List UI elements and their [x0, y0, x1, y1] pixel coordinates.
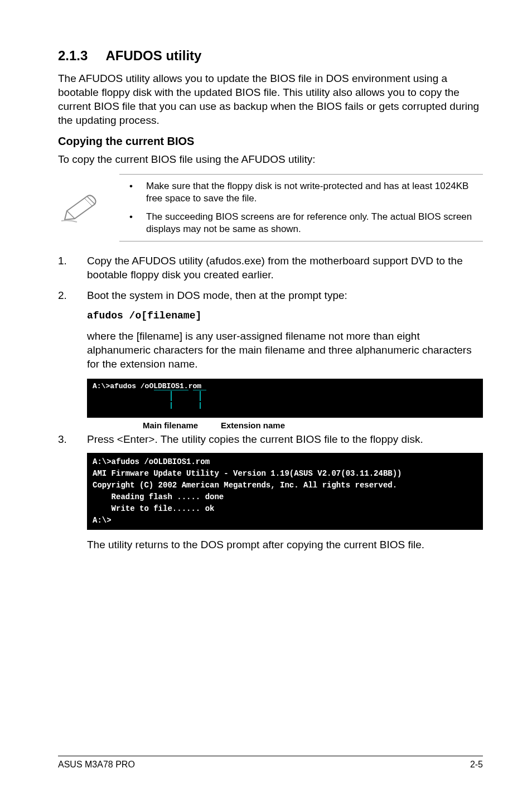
- where-paragraph: where the [filename] is any user-assigne…: [87, 329, 483, 371]
- footer-right: 2-5: [470, 760, 483, 770]
- step-number: 2.: [58, 288, 67, 302]
- intro-paragraph: The AFUDOS utility allows you to update …: [58, 71, 483, 127]
- diagram-command: A:\>afudos /oOLDBIOS1.rom: [93, 382, 201, 390]
- step-number: 3.: [58, 432, 67, 446]
- tick-main: [171, 391, 172, 401]
- tick-main-2: [171, 402, 172, 409]
- section-number: 2.1.3: [58, 48, 88, 64]
- footer-left: ASUS M3A78 PRO: [58, 760, 135, 770]
- step-item: 1. Copy the AFUDOS utility (afudos.exe) …: [58, 254, 483, 282]
- pencil-icon: [60, 194, 99, 224]
- step-number: 1.: [58, 254, 67, 268]
- page-footer: ASUS M3A78 PRO 2-5: [58, 756, 483, 770]
- underline-ext: [193, 390, 206, 390]
- extension-name-label: Extension name: [221, 421, 285, 430]
- steps-list-2: 3. Press <Enter>. The utility copies the…: [58, 432, 483, 446]
- terminal-output: A:\>afudos /oOLDBIOS1.rom AMI Firmware U…: [87, 453, 483, 530]
- main-filename-label: Main filename: [143, 421, 198, 430]
- return-paragraph: The utility returns to the DOS prompt af…: [87, 538, 483, 552]
- code-command: afudos /o[filename]: [87, 310, 483, 321]
- section-heading: 2.1.3 AFUDOS utility: [58, 48, 483, 64]
- note-item: The succeeding BIOS screens are for refe…: [119, 211, 483, 235]
- tick-ext-2: [200, 402, 201, 409]
- note-wrapper: Make sure that the floppy disk is not wr…: [58, 174, 483, 241]
- note-list: Make sure that the floppy disk is not wr…: [119, 180, 483, 235]
- note-item: Make sure that the floppy disk is not wr…: [119, 180, 483, 205]
- tick-ext: [200, 391, 201, 401]
- step-text: Press <Enter>. The utility copies the cu…: [87, 433, 423, 445]
- filename-diagram: A:\>afudos /oOLDBIOS1.rom Main filename …: [87, 379, 483, 418]
- sub-intro: To copy the current BIOS file using the …: [58, 152, 483, 166]
- step-text: Boot the system in DOS mode, then at the…: [87, 289, 347, 301]
- section-title: AFUDOS utility: [105, 48, 201, 64]
- steps-list: 1. Copy the AFUDOS utility (afudos.exe) …: [58, 254, 483, 302]
- underline-main: [154, 390, 188, 390]
- note-block: Make sure that the floppy disk is not wr…: [119, 174, 483, 241]
- step-text: Copy the AFUDOS utility (afudos.exe) fro…: [87, 255, 463, 281]
- sub-heading: Copying the current BIOS: [58, 135, 483, 148]
- step-item: 2. Boot the system in DOS mode, then at …: [58, 288, 483, 302]
- step-item: 3. Press <Enter>. The utility copies the…: [58, 432, 483, 446]
